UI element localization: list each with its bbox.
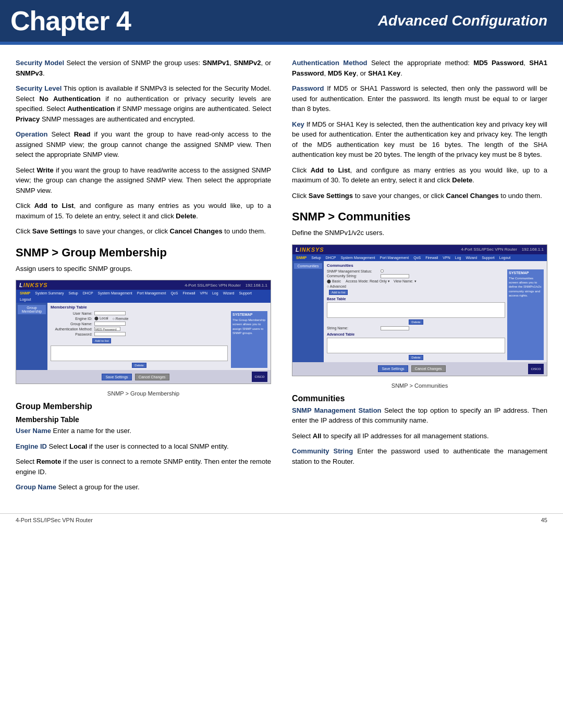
port-mgmt-nav[interactable]: Port Management <box>136 291 168 295</box>
setup-nav[interactable]: Setup <box>67 291 79 295</box>
security-model-term: Security Model <box>16 59 64 67</box>
delete-base-btn[interactable]: Delete <box>409 319 423 325</box>
comm-router-bottom-bar: Save Settings Cancel Changes CISCO <box>292 362 547 376</box>
router-top-bar: LINKSYS 4-Port SSL/IPSec VPN Router 192.… <box>16 280 271 290</box>
comm-sys-mgmt-nav[interactable]: System Management <box>339 255 376 260</box>
left-column: Security Model Select the version of SNM… <box>16 58 282 498</box>
comm-wizard-nav[interactable]: Wizard <box>464 255 479 260</box>
remote-option: ○ Remote <box>113 317 129 320</box>
router-model-text: 4-Port SSL/IPSec VPN Router 192.168.1.1 <box>185 283 267 288</box>
firewall-nav[interactable]: Firewall <box>181 291 197 295</box>
basic-radio-row: ⬤ Basic Access Mode: Read Only ▾ View Na… <box>327 279 505 283</box>
comm-snmp-nav[interactable]: SNMP <box>295 255 308 260</box>
username-row: User Name: <box>51 311 228 315</box>
logout-nav[interactable]: Logout <box>18 297 32 302</box>
comm-router-sidebar: Communities <box>292 261 324 362</box>
router-cancel-btn[interactable]: Cancel Changes <box>135 374 169 380</box>
add-list-para-2: Click Add to List, and configure as many… <box>292 165 547 186</box>
support-nav[interactable]: Support <box>237 291 253 295</box>
password-term: Password <box>292 84 324 92</box>
groupname-label: Group Name: <box>51 322 92 326</box>
string-name-input[interactable] <box>381 326 409 330</box>
key-para: Key If MD5 or SHA1 Key is selected, then… <box>292 119 547 160</box>
comm-qos-nav[interactable]: QoS <box>412 255 422 260</box>
advanced-radio[interactable]: ○ Advanced <box>327 285 346 288</box>
snmp-mgmt-status-checkbox[interactable] <box>381 269 384 273</box>
group-membership-sidebar[interactable]: Group Membership <box>18 305 46 314</box>
group-membership-subtext: Assign users to specific SNMP groups. <box>16 264 271 274</box>
auth-method-para: Authentication Method Select the appropr… <box>292 58 547 78</box>
comm-port-mgmt-nav[interactable]: Port Management <box>378 255 411 260</box>
basic-radio[interactable]: ⬤ Basic <box>327 279 341 283</box>
delete-advanced-btn[interactable]: Delete <box>409 355 423 360</box>
wizard-nav[interactable]: Wizard <box>222 291 236 295</box>
group-membership-caption: SNMP > Group Membership <box>16 390 271 397</box>
snmp-nav-item[interactable]: SNMP <box>18 291 32 295</box>
comm-router-nav: SNMP Setup DHCP System Management Port M… <box>292 254 547 261</box>
footer-right: 45 <box>541 517 547 523</box>
local-option: ⬤ Local <box>94 316 108 320</box>
help-text: The Group Membership screen allows you t… <box>232 318 266 336</box>
comm-log-nav[interactable]: Log <box>454 255 463 260</box>
comm-save-btn[interactable]: Save Settings <box>378 365 408 372</box>
username-label: User Name: <box>51 312 92 315</box>
comm-form-area: SNMP Management Status: Community String… <box>327 269 544 360</box>
communities-heading: SNMP > Communities <box>292 210 547 224</box>
page-header: Chapter 4 Advanced Configuration <box>0 0 563 42</box>
comm-vpn-nav[interactable]: VPN <box>441 255 451 260</box>
comm-router-main: Communities SNMP Management Status: Comm… <box>324 261 547 362</box>
communities-sub-heading: Communities <box>292 394 547 403</box>
membership-table-sub-heading: Membership Table <box>16 415 271 424</box>
main-content: Security Model Select the version of SNM… <box>0 45 563 508</box>
qos-nav[interactable]: QoS <box>169 291 179 295</box>
username-term: User Name <box>16 427 51 435</box>
router-sidebar: Group Membership <box>16 303 47 370</box>
comm-action-buttons: Save Settings Cancel Changes <box>378 365 445 372</box>
comm-add-btn-area: Add to list <box>329 290 505 295</box>
chapter-title: Chapter 4 <box>10 5 131 36</box>
delete-button[interactable]: Delete <box>132 363 146 368</box>
comm-firewall-nav[interactable]: Firewall <box>424 255 439 260</box>
key-term: Key <box>292 120 304 128</box>
community-string-input[interactable] <box>381 274 409 278</box>
comm-dhcp-nav[interactable]: DHCP <box>324 255 338 260</box>
dhcp-nav[interactable]: DHCP <box>81 291 95 295</box>
communities-sidebar-item[interactable]: Communities <box>294 263 322 269</box>
username-input[interactable] <box>94 311 126 315</box>
auth-method-row: Authentication Method: MD5 Password <box>51 327 228 331</box>
operation-para: Operation Select Read if you want the gr… <box>16 129 271 160</box>
password-para: Password If MD5 or SHA1 Password is sele… <box>292 83 547 114</box>
security-level-term: Security Level <box>16 84 62 92</box>
members-list <box>51 346 228 361</box>
vpn-nav[interactable]: VPN <box>199 291 209 295</box>
auth-method-label: Authentication Method: <box>51 327 92 331</box>
add-list-para-1: Click Add to List, and configure as many… <box>16 201 271 221</box>
comm-setup-nav[interactable]: Setup <box>310 255 322 260</box>
string-name-row: String Name: <box>327 326 505 330</box>
communities-caption: SNMP > Communities <box>292 382 547 389</box>
group-membership-sub-heading: Group Membership <box>16 402 271 411</box>
password-input[interactable] <box>94 332 126 336</box>
comm-cancel-btn[interactable]: Cancel Changes <box>411 365 446 372</box>
comm-logout-nav[interactable]: Logout <box>498 255 512 260</box>
groupname-input[interactable] <box>94 322 126 326</box>
sys-mgmt-nav[interactable]: System Management <box>96 291 134 295</box>
communities-screenshot: LINKSYS 4-Port SSL/IPSec VPN Router 192.… <box>292 244 547 376</box>
router-save-btn[interactable]: Save Settings <box>102 374 131 380</box>
log-nav[interactable]: Log <box>211 291 220 295</box>
comm-add-to-list-btn[interactable]: Add to list <box>329 290 348 295</box>
auth-method-select[interactable]: MD5 Password <box>94 327 120 331</box>
comm-cisco-logo-area: CISCO <box>528 364 544 374</box>
string-name-label: String Name: <box>327 326 379 330</box>
comm-router-content-area: Communities Communities SNMP Management … <box>292 261 547 362</box>
base-table-list <box>327 302 505 318</box>
comm-support-nav[interactable]: Support <box>480 255 496 260</box>
system-summary-nav[interactable]: System Summary <box>33 291 65 295</box>
add-to-list-button[interactable]: Add to list <box>92 338 111 343</box>
view-name-label: View Name: ▾ <box>394 279 417 283</box>
base-table-label: Base Table <box>327 297 505 301</box>
cisco-logo-area: CISCO <box>252 372 267 382</box>
comm-cisco-logo: CISCO <box>531 367 541 371</box>
access-mode-label: Access Mode: Read Only ▾ <box>346 279 390 283</box>
page-footer: 4-Port SSL/IPSec VPN Router 45 <box>0 513 563 526</box>
